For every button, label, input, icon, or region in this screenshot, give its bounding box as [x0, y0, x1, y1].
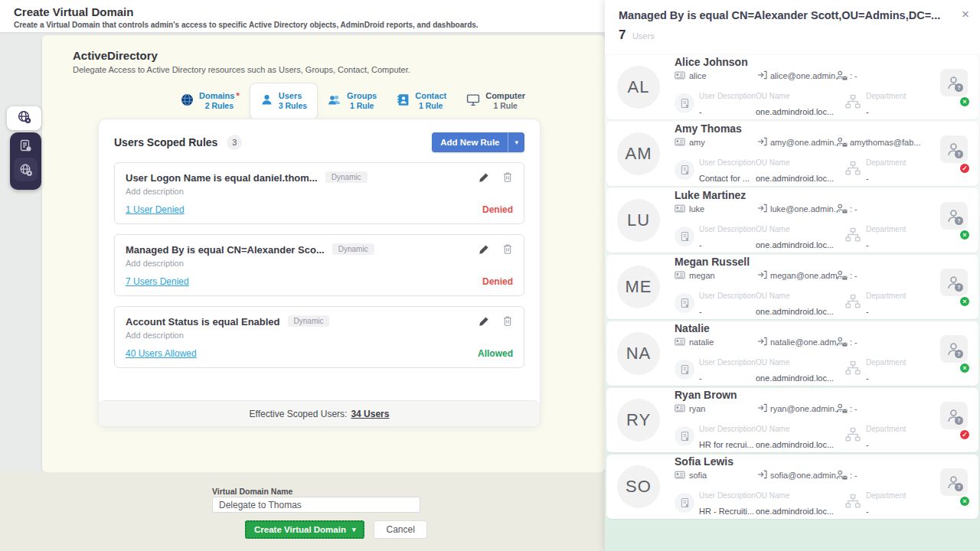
group-icon [328, 93, 341, 109]
tab-contact[interactable]: Contact 1 Rule [387, 86, 456, 116]
user-description-label: User Description [699, 225, 756, 233]
edit-icon[interactable] [479, 316, 489, 327]
user-card[interactable]: LU Luke Martinez luke luke@one.admin... [606, 188, 978, 253]
id-card-icon [675, 271, 685, 281]
avatar: ME [617, 266, 660, 308]
close-icon[interactable]: × [962, 8, 969, 21]
effective-users-link[interactable]: 34 Users [351, 409, 389, 419]
rules-count-badge: 3 [227, 135, 242, 150]
effective-scoped-users: Effective Scoped Users: 34 Users [98, 400, 541, 427]
section-subtitle: Delegate Access to Active Directory reso… [73, 65, 410, 74]
user-question-chip[interactable]: ? [940, 69, 968, 96]
ou-name-value: one.admindroid.loc... [756, 507, 834, 516]
globe-add-icon[interactable] [14, 158, 38, 181]
edit-icon[interactable] [479, 172, 489, 183]
rule-card: User Logon Name is equal daniel.thom...D… [114, 162, 524, 224]
rules-list: User Logon Name is equal daniel.thom...D… [99, 162, 540, 368]
contact-book-icon [397, 93, 410, 109]
tab-domains[interactable]: Domains* 2 Rules [171, 86, 250, 116]
section-title: ActiveDirectory [73, 49, 158, 62]
rule-description[interactable]: Add description [126, 331, 513, 340]
department-value: - [866, 107, 869, 116]
user-card[interactable]: SO Sofia Lewis sofia sofia@one.admin... [606, 455, 978, 519]
delete-icon[interactable] [502, 315, 513, 327]
user-login-email: natalie@one.adm... [770, 337, 844, 347]
department-value: - [866, 174, 869, 183]
user-name: Luke Martinez [675, 189, 939, 201]
create-virtual-domain-button[interactable]: Create Virtual Domain ▾ [245, 520, 364, 539]
user-card[interactable]: RY Ryan Brown ryan ryan@one.admin... [606, 388, 978, 452]
id-card-icon [675, 71, 685, 81]
user-card[interactable]: AM Amy Thomas amy amy@one.admin... [606, 122, 978, 186]
user-card[interactable]: ME Megan Russell megan megan@one.adm... [606, 255, 978, 319]
user-login-email: ryan@one.admin... [770, 404, 841, 413]
tab-groups-label: Groups [347, 91, 377, 102]
user-login-email: luke@one.admin... [770, 204, 841, 214]
ou-name-value: one.admindroid.loc... [756, 107, 834, 116]
rule-description[interactable]: Add description [126, 259, 513, 268]
description-icon [675, 227, 694, 246]
id-card-icon [675, 404, 685, 414]
description-icon [675, 493, 694, 513]
user-mail: : - [850, 404, 858, 413]
avatar: RY [617, 399, 660, 442]
rule-title: Managed By is equal CN=Alexander Sco... [126, 244, 325, 256]
add-new-rule-button[interactable]: Add New Rule ▾ [432, 132, 524, 152]
tab-groups-count: 1 Rule [347, 101, 377, 111]
rule-users-link[interactable]: 7 Users Denied [126, 276, 189, 287]
rule-users-link[interactable]: 40 Users Allowed [126, 348, 197, 359]
monitor-icon [466, 93, 480, 109]
user-name: Alice Johnson [675, 56, 939, 68]
rule-description[interactable]: Add description [126, 187, 513, 196]
ou-name-value: one.admindroid.loc... [756, 174, 834, 183]
rule-users-link[interactable]: 1 User Denied [126, 204, 185, 215]
tab-users[interactable]: Users 3 Rules [250, 83, 318, 119]
person-mail-icon [836, 204, 848, 215]
ou-name-label: OU Name [756, 491, 789, 500]
department-value: - [866, 240, 869, 249]
user-description-label: User Description [699, 92, 756, 100]
globe-icon [181, 93, 194, 109]
user-question-chip[interactable]: ? [940, 202, 968, 230]
status-badge-icon: ✓ [959, 429, 971, 441]
user-card[interactable]: AL Alice Johnson alice alice@one.admin..… [606, 55, 978, 119]
chevron-down-icon[interactable]: ▾ [352, 526, 356, 533]
org-chart-icon [844, 427, 861, 445]
description-icon [675, 93, 694, 113]
user-description-label: User Description [699, 425, 756, 433]
effective-label: Effective Scoped Users: [250, 409, 348, 419]
delete-icon[interactable] [502, 171, 513, 183]
chevron-down-icon[interactable]: ▾ [508, 132, 524, 152]
cancel-button[interactable]: Cancel [374, 520, 426, 539]
question-badge-icon: ? [955, 217, 963, 225]
tab-computer-label: Computer [485, 91, 525, 102]
report-doc-icon[interactable] [19, 139, 32, 152]
id-card-icon [675, 337, 685, 347]
department-label: Department [866, 292, 906, 300]
rule-card: Managed By is equal CN=Alexander Sco...D… [114, 234, 524, 296]
user-mail: amythomas@fab... [850, 138, 920, 147]
user-name: Ryan Brown [675, 389, 939, 401]
rule-card: Account Status is equal EnabledDynamic A… [114, 306, 524, 368]
user-card[interactable]: NA Natalie natalie natalie@one.adm... [606, 321, 978, 386]
delete-icon[interactable] [502, 243, 513, 255]
user-question-chip[interactable]: ? [940, 335, 968, 363]
users-count: 7 [619, 28, 626, 42]
status-badge-icon: × [959, 362, 971, 374]
sidebar-item-virtual-domain-active[interactable] [7, 106, 41, 130]
create-button-label: Create Virtual Domain [254, 525, 346, 534]
user-question-chip[interactable]: ? [940, 269, 968, 296]
department-label: Department [866, 491, 906, 500]
user-question-chip[interactable]: ? [940, 402, 968, 429]
rule-status: Allowed [478, 348, 513, 359]
ou-name-label: OU Name [756, 158, 789, 167]
tab-computer[interactable]: Computer 1 Rule [456, 86, 535, 116]
user-question-chip[interactable]: ? [940, 135, 968, 163]
ou-name-value: one.admindroid.loc... [756, 373, 834, 383]
user-question-chip[interactable]: ? [940, 468, 968, 496]
tab-groups[interactable]: Groups 1 Rule [318, 86, 387, 116]
edit-icon[interactable] [479, 244, 489, 255]
user-mail: : - [850, 71, 858, 80]
virtual-domain-name-input[interactable] [212, 497, 420, 513]
rule-title: Account Status is equal Enabled [126, 316, 280, 328]
